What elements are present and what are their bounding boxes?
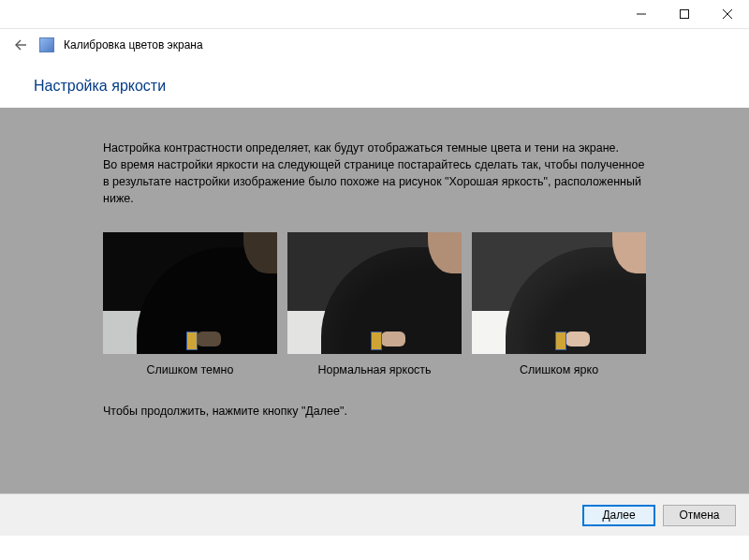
example-label-too-dark: Слишком темно bbox=[103, 363, 277, 376]
example-image-too-bright bbox=[472, 232, 646, 354]
page-title: Настройка яркости bbox=[34, 78, 749, 95]
example-image-normal bbox=[287, 232, 462, 354]
svg-rect-1 bbox=[681, 10, 689, 19]
example-label-normal: Нормальная яркость bbox=[287, 363, 462, 376]
wizard-header: Калибровка цветов экрана bbox=[0, 29, 749, 59]
instruction-p2: Во время настройки яркости на следующей … bbox=[103, 158, 644, 205]
example-label-too-bright: Слишком ярко bbox=[472, 363, 646, 376]
wizard-footer: Далее Отмена bbox=[0, 494, 749, 536]
cancel-button[interactable]: Отмена bbox=[663, 505, 736, 526]
maximize-button[interactable] bbox=[663, 0, 706, 28]
app-title: Калибровка цветов экрана bbox=[64, 38, 203, 52]
next-button[interactable]: Далее bbox=[582, 505, 655, 526]
minimize-button[interactable] bbox=[620, 0, 663, 28]
continue-hint: Чтобы продолжить, нажмите кнопку "Далее"… bbox=[103, 405, 646, 418]
window-titlebar bbox=[0, 0, 749, 29]
instruction-text: Настройка контрастности определяет, как … bbox=[103, 140, 646, 208]
close-button[interactable] bbox=[706, 0, 749, 28]
back-arrow-icon[interactable] bbox=[11, 36, 30, 54]
example-image-too-dark bbox=[103, 232, 277, 354]
instruction-p1: Настройка контрастности определяет, как … bbox=[103, 141, 619, 155]
example-normal: Нормальная яркость bbox=[287, 232, 462, 376]
example-too-bright: Слишком ярко bbox=[472, 232, 646, 376]
content-area: Настройка контрастности определяет, как … bbox=[0, 108, 749, 494]
example-too-dark: Слишком темно bbox=[103, 232, 277, 376]
app-icon bbox=[39, 37, 54, 52]
brightness-examples-row: Слишком темно Нормальная яркость bbox=[103, 232, 646, 376]
